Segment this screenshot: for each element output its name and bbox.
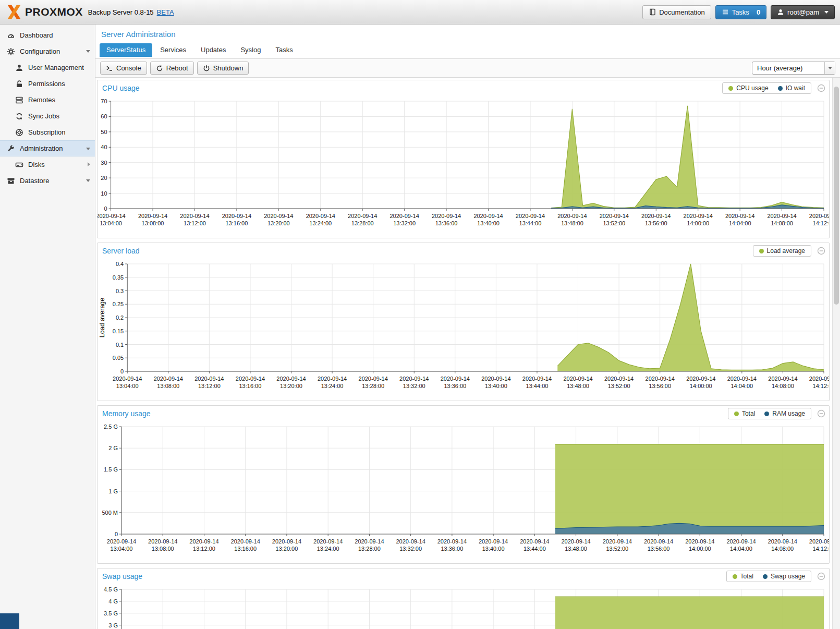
- tasks-label: Tasks: [732, 8, 749, 16]
- reboot-button[interactable]: Reboot: [150, 62, 194, 75]
- tab-syslog[interactable]: Syslog: [234, 43, 267, 57]
- svg-text:2020-09-14: 2020-09-14: [148, 538, 177, 545]
- datastore-icon: [7, 177, 15, 185]
- sidebar-item-configuration[interactable]: Configuration: [0, 43, 95, 59]
- console-label: Console: [116, 64, 141, 72]
- chevron-right-icon[interactable]: [88, 162, 90, 166]
- chart-title: Memory usage: [102, 409, 151, 418]
- tab-updates[interactable]: Updates: [194, 43, 233, 57]
- svg-text:2020-09-14: 2020-09-14: [600, 213, 629, 219]
- sidebar-item-user-management[interactable]: User Management: [0, 59, 95, 76]
- select-trigger-icon[interactable]: [824, 62, 835, 74]
- svg-text:30: 30: [101, 160, 107, 166]
- svg-text:2020-09-14: 2020-09-14: [809, 376, 829, 382]
- svg-text:60: 60: [101, 113, 107, 119]
- collapse-panel-icon[interactable]: [817, 409, 825, 418]
- tasks-button[interactable]: Tasks 0: [715, 5, 766, 19]
- sidebar-item-sync-jobs[interactable]: Sync Jobs: [0, 108, 95, 124]
- chevron-down-icon[interactable]: [86, 179, 90, 182]
- svg-text:1.5 G: 1.5 G: [104, 466, 118, 473]
- terminal-icon: [106, 65, 113, 72]
- chart-panel-header: Memory usage TotalRAM usage: [98, 406, 829, 421]
- svg-text:13:20:00: 13:20:00: [276, 546, 298, 552]
- brand-wordmark: PROXMOX: [25, 6, 83, 18]
- svg-text:Load average: Load average: [99, 298, 106, 338]
- sidebar-item-disks[interactable]: Disks: [0, 156, 95, 173]
- svg-text:2020-09-14: 2020-09-14: [684, 213, 713, 219]
- chart-legend: Load average: [753, 245, 811, 257]
- svg-text:2020-09-14: 2020-09-14: [264, 213, 293, 219]
- vertical-scrollbar[interactable]: [832, 78, 840, 629]
- charts-scroll-area: CPU usage CPU usageIO wait 0102030405060…: [95, 78, 840, 629]
- chart-title: CPU usage: [102, 84, 140, 92]
- svg-text:0.05: 0.05: [113, 355, 124, 361]
- svg-text:2020-09-14: 2020-09-14: [725, 213, 754, 219]
- svg-text:14:12:00: 14:12:00: [813, 383, 829, 389]
- sidebar-item-administration[interactable]: Administration: [0, 140, 95, 156]
- scrollbar-thumb[interactable]: [834, 87, 839, 305]
- svg-text:70: 70: [101, 98, 107, 104]
- sidebar-item-remotes[interactable]: Remotes: [0, 92, 95, 108]
- chart-panel-header: Server load Load average: [98, 243, 829, 259]
- power-icon: [203, 65, 210, 72]
- collapse-panel-icon[interactable]: [817, 572, 825, 580]
- svg-text:2020-09-14: 2020-09-14: [113, 376, 142, 382]
- documentation-label: Documentation: [659, 8, 704, 16]
- sidebar-item-datastore[interactable]: Datastore: [0, 173, 95, 189]
- svg-text:14:04:00: 14:04:00: [729, 220, 751, 226]
- svg-text:2020-09-14: 2020-09-14: [98, 213, 126, 219]
- beta-link[interactable]: BETA: [157, 8, 174, 16]
- legend-item-cpu-usage: CPU usage: [728, 84, 768, 92]
- user-menu-button[interactable]: root@pam: [771, 5, 835, 19]
- documentation-button[interactable]: Documentation: [642, 5, 711, 19]
- tab-tasks[interactable]: Tasks: [269, 43, 299, 57]
- legend-dot: [734, 412, 739, 416]
- svg-text:13:28:00: 13:28:00: [362, 383, 384, 389]
- collapse-panel-icon[interactable]: [817, 84, 825, 92]
- timeframe-select[interactable]: Hour (average): [752, 62, 835, 75]
- svg-text:3 G: 3 G: [108, 622, 118, 628]
- legend-dot: [759, 249, 764, 253]
- shutdown-button[interactable]: Shutdown: [197, 62, 249, 75]
- svg-text:13:44:00: 13:44:00: [524, 546, 546, 552]
- product-version: Backup Server 0.8-15: [88, 8, 154, 16]
- svg-text:13:40:00: 13:40:00: [485, 383, 507, 389]
- legend-item-io-wait: IO wait: [778, 84, 805, 92]
- chart-canvas: 0500 M1 G1.5 G2 G2.5 G2020-09-1413:04:00…: [98, 421, 829, 561]
- sidebar-item-subscription[interactable]: Subscription: [0, 124, 95, 140]
- svg-text:2020-09-14: 2020-09-14: [686, 376, 715, 382]
- svg-text:50: 50: [101, 129, 107, 135]
- reboot-label: Reboot: [166, 64, 188, 72]
- svg-text:2020-09-14: 2020-09-14: [355, 538, 384, 545]
- console-button[interactable]: Console: [100, 62, 147, 75]
- tasks-count-badge: 0: [757, 8, 760, 16]
- legend-dot: [764, 412, 769, 416]
- legend-item-ram-usage: RAM usage: [764, 410, 805, 417]
- chevron-down-icon[interactable]: [86, 50, 90, 53]
- chart-title: Swap usage: [102, 572, 142, 580]
- svg-text:13:12:00: 13:12:00: [193, 546, 215, 552]
- sidebar-item-permissions[interactable]: Permissions: [0, 76, 95, 92]
- svg-text:0: 0: [120, 368, 124, 374]
- svg-text:2020-09-14: 2020-09-14: [231, 538, 260, 545]
- chart-canvas: 0500 M1 G1.5 G2 G2.5 G3 G3.5 G4 G4.5 G20…: [98, 584, 829, 629]
- chart-plot: 0500 M1 G1.5 G2 G2.5 G3 G3.5 G4 G4.5 G20…: [98, 584, 829, 629]
- svg-text:2020-09-14: 2020-09-14: [726, 538, 756, 545]
- chart-panel-server-load: Server load Load average 00.050.10.150.2…: [97, 243, 830, 401]
- svg-text:4 G: 4 G: [108, 598, 118, 604]
- proxmox-logo-icon: [5, 3, 23, 21]
- caret-down-icon: [824, 11, 829, 14]
- legend-dot: [778, 86, 783, 91]
- tab-services[interactable]: Services: [153, 43, 193, 57]
- chevron-down-icon[interactable]: [86, 148, 90, 150]
- svg-text:2020-09-14: 2020-09-14: [809, 538, 829, 545]
- chart-panel-header: Swap usage TotalSwap usage: [98, 568, 829, 584]
- collapse-panel-icon[interactable]: [817, 247, 825, 255]
- sidebar-item-dashboard[interactable]: Dashboard: [0, 27, 95, 43]
- svg-text:2020-09-14: 2020-09-14: [809, 213, 829, 219]
- page-title: Server Administration: [95, 25, 840, 42]
- svg-text:13:08:00: 13:08:00: [142, 220, 164, 226]
- svg-text:13:04:00: 13:04:00: [116, 383, 139, 389]
- chart-canvas: 00.050.10.150.20.250.30.350.42020-09-141…: [98, 259, 829, 398]
- tab-serverstatus[interactable]: ServerStatus: [100, 43, 152, 57]
